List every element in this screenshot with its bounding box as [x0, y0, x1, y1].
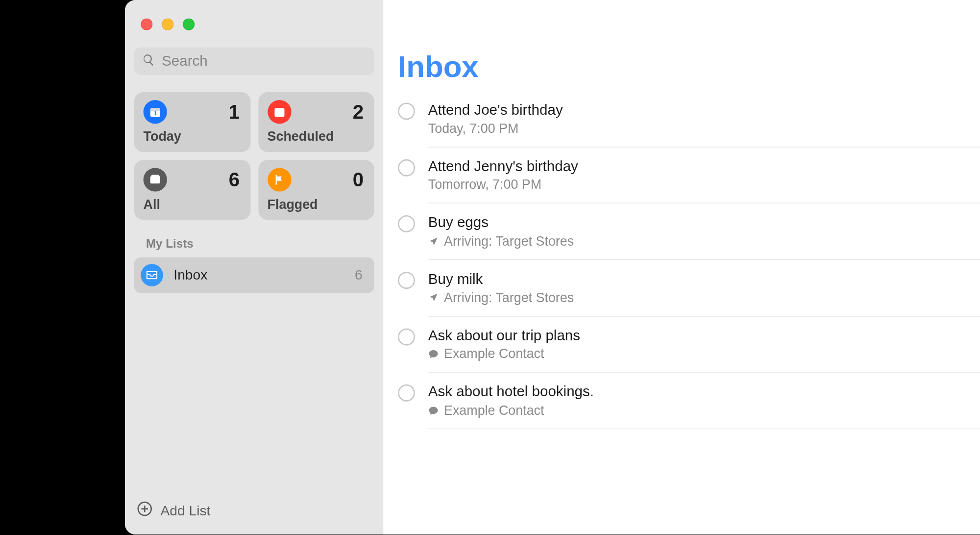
smart-list-count: 0	[353, 169, 364, 191]
reminder-title: Ask about hotel bookings.	[428, 382, 980, 402]
smart-list-label: All	[144, 197, 240, 212]
smart-list-scheduled[interactable]: 2 Scheduled	[258, 92, 374, 152]
reminder-item[interactable]: Buy eggs Arriving: Target Stores	[398, 213, 980, 269]
complete-toggle[interactable]	[398, 328, 415, 345]
reminder-subtitle: Example Contact	[428, 402, 980, 419]
reminder-subtitle: Tomorrow, 7:00 PM	[428, 176, 980, 194]
minimize-window-button[interactable]	[162, 19, 173, 30]
list-row-inbox[interactable]: Inbox 6	[134, 257, 374, 293]
inbox-icon	[141, 264, 163, 286]
sidebar: 1 1 Today 2 Scheduled	[125, 0, 384, 535]
smart-list-label: Today	[144, 129, 240, 144]
search-icon	[142, 53, 155, 69]
reminder-title: Attend Joe's birthday	[428, 100, 980, 120]
list-header: Inbox 6	[384, 34, 980, 84]
svg-rect-6	[276, 114, 277, 115]
svg-rect-4	[276, 112, 277, 113]
reminder-item[interactable]: Ask about our trip plans Example Contact	[398, 326, 980, 382]
tray-icon	[144, 168, 167, 191]
reminder-subtitle: Arriving: Target Stores	[428, 289, 980, 306]
reminder-body: Attend Joe's birthday Today, 7:00 PM	[428, 100, 980, 147]
location-icon	[428, 236, 439, 246]
smart-list-label: Scheduled	[268, 129, 364, 144]
smart-list-all[interactable]: 6 All	[134, 160, 250, 220]
close-window-button[interactable]	[141, 19, 152, 30]
flag-icon	[268, 168, 291, 191]
app-window: 1 1 Today 2 Scheduled	[125, 0, 980, 535]
smart-list-count: 1	[229, 101, 240, 123]
reminder-title: Buy eggs	[428, 213, 980, 232]
reminder-item[interactable]: Ask about hotel bookings. Example Contac…	[398, 382, 980, 438]
main-content: Inbox 6 Attend Joe's birthday Today, 7:0…	[384, 0, 980, 535]
reminder-body: Ask about our trip plans Example Contact	[428, 326, 980, 373]
reminder-title: Ask about our trip plans	[428, 326, 980, 345]
complete-toggle[interactable]	[398, 102, 415, 120]
location-icon	[428, 292, 439, 303]
svg-rect-5	[279, 112, 280, 113]
smart-list-count: 2	[353, 101, 364, 123]
reminder-subtitle: Example Contact	[428, 345, 980, 363]
smart-list-count: 6	[229, 169, 240, 191]
complete-toggle[interactable]	[398, 159, 415, 176]
reminder-body: Ask about hotel bookings. Example Contac…	[428, 382, 980, 429]
search-field[interactable]	[134, 48, 374, 75]
add-list-label: Add List	[160, 503, 210, 518]
reminder-title: Buy milk	[428, 269, 980, 289]
reminder-body: Buy milk Arriving: Target Stores	[428, 269, 980, 316]
window-controls	[125, 0, 384, 30]
reminder-subtitle: Today, 7:00 PM	[428, 120, 980, 137]
calendar-day-icon: 1	[144, 100, 167, 124]
reminders-list: Attend Joe's birthday Today, 7:00 PM Att…	[384, 84, 980, 438]
user-lists: Inbox 6	[125, 251, 384, 293]
reminder-body: Attend Jenny's birthday Tomorrow, 7:00 P…	[428, 156, 980, 204]
add-list-button[interactable]: Add List	[125, 501, 384, 534]
reminder-item[interactable]: Buy milk Arriving: Target Stores	[398, 269, 980, 326]
smart-list-flagged[interactable]: 0 Flagged	[258, 160, 374, 220]
complete-toggle[interactable]	[398, 215, 415, 232]
reminder-item[interactable]: Attend Joe's birthday Today, 7:00 PM	[398, 100, 980, 156]
calendar-icon	[268, 100, 291, 124]
reminder-item[interactable]: Attend Jenny's birthday Tomorrow, 7:00 P…	[398, 156, 980, 213]
reminder-subtitle: Arriving: Target Stores	[428, 232, 980, 250]
my-lists-header: My Lists	[125, 220, 384, 251]
reminder-title: Attend Jenny's birthday	[428, 156, 980, 176]
list-name: Inbox	[173, 267, 344, 283]
complete-toggle[interactable]	[398, 272, 415, 289]
smart-list-label: Flagged	[268, 197, 364, 212]
complete-toggle[interactable]	[398, 384, 415, 402]
chat-icon	[428, 349, 439, 359]
smart-lists-grid: 1 1 Today 2 Scheduled	[125, 75, 384, 220]
reminder-body: Buy eggs Arriving: Target Stores	[428, 213, 980, 260]
zoom-window-button[interactable]	[183, 19, 195, 30]
chat-icon	[428, 405, 439, 415]
smart-list-today[interactable]: 1 1 Today	[134, 92, 250, 152]
svg-text:1: 1	[154, 110, 157, 116]
list-count: 6	[355, 267, 363, 283]
search-input[interactable]	[162, 52, 366, 70]
plus-circle-icon	[137, 501, 152, 520]
list-title: Inbox	[398, 49, 479, 84]
